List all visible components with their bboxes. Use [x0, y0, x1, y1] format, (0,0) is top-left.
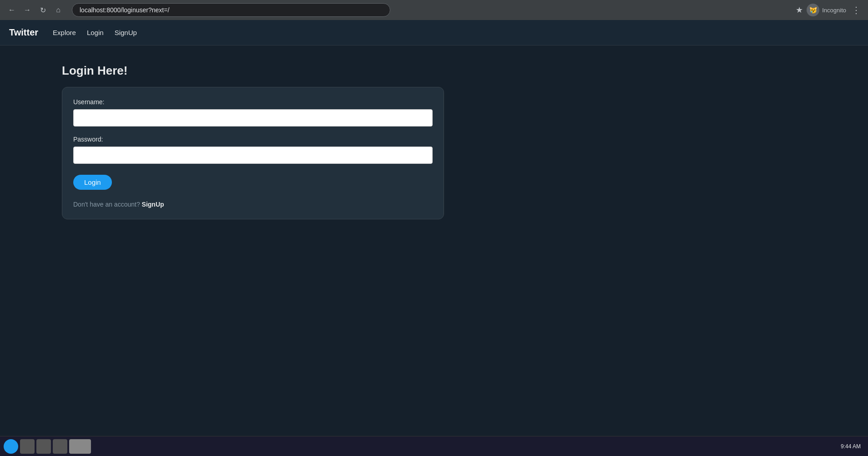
taskbar-item-3[interactable] — [36, 439, 51, 454]
no-account-text: Don't have an account? — [73, 201, 140, 208]
login-button[interactable]: Login — [73, 175, 112, 190]
taskbar-item-1[interactable] — [4, 439, 18, 454]
password-form-group: Password: — [73, 136, 433, 164]
forward-button[interactable]: → — [21, 4, 34, 16]
home-button[interactable]: ⌂ — [52, 4, 65, 16]
address-bar-container — [72, 3, 390, 17]
login-card: Username: Password: Login Don't have an … — [62, 87, 444, 219]
incognito-indicator: 😿 Incognito — [807, 4, 846, 16]
taskbar-item-2[interactable] — [20, 439, 35, 454]
browser-right-controls: ★ 😿 Incognito ⋮ — [796, 4, 863, 16]
username-form-group: Username: — [73, 98, 433, 127]
password-input[interactable] — [73, 147, 433, 164]
taskbar-item-5[interactable] — [69, 439, 91, 454]
address-input[interactable] — [72, 3, 390, 17]
navbar-brand[interactable]: Twitter — [9, 27, 38, 38]
username-label: Username: — [73, 98, 433, 106]
bookmark-icon[interactable]: ★ — [796, 5, 803, 15]
taskbar-item-4[interactable] — [53, 439, 67, 454]
incognito-icon: 😿 — [807, 4, 819, 16]
page-wrapper: Twitter Explore Login SignUp Login Here!… — [0, 20, 868, 456]
main-content: Login Here! Username: Password: Login Do… — [0, 46, 868, 456]
username-input[interactable] — [73, 109, 433, 127]
incognito-label: Incognito — [822, 7, 846, 14]
taskbar-time: 9:44 AM — [841, 443, 864, 450]
browser-nav-buttons: ← → ↻ ⌂ — [5, 4, 65, 16]
page-title: Login Here! — [62, 64, 859, 78]
navbar: Twitter Explore Login SignUp — [0, 20, 868, 46]
navbar-link-explore[interactable]: Explore — [53, 29, 76, 36]
taskbar: 9:44 AM — [0, 436, 868, 456]
navbar-link-login[interactable]: Login — [87, 29, 104, 36]
reload-button[interactable]: ↻ — [36, 4, 49, 16]
navbar-link-signup[interactable]: SignUp — [115, 29, 137, 36]
taskbar-items — [4, 439, 91, 454]
back-button[interactable]: ← — [5, 4, 18, 16]
signup-link[interactable]: SignUp — [142, 201, 164, 208]
browser-chrome: ← → ↻ ⌂ ★ 😿 Incognito ⋮ — [0, 0, 868, 20]
signup-prompt: Don't have an account? SignUp — [73, 201, 433, 208]
browser-menu-icon[interactable]: ⋮ — [850, 5, 863, 15]
password-label: Password: — [73, 136, 433, 143]
